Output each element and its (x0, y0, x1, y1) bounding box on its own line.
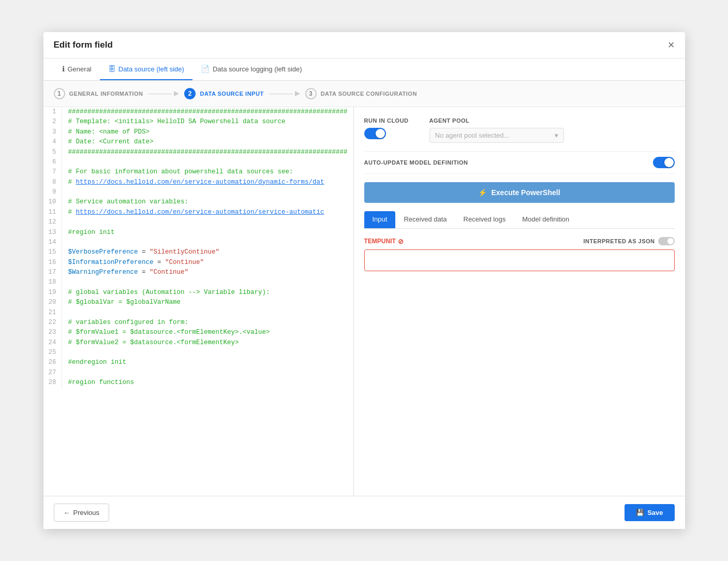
table-row: 17 $WarningPreference = "Continue" (43, 268, 353, 277)
table-row: 6 (43, 157, 353, 167)
execute-button-label: Execute PowerShell (491, 188, 560, 197)
table-row: 27 (43, 368, 353, 378)
previous-button[interactable]: ← Previous (54, 504, 110, 522)
wizard-steps: 1 GENERAL INFORMATION 2 DATA SOURCE INPU… (43, 81, 685, 107)
database-icon: 🗄 (108, 65, 115, 73)
json-toggle-row: INTERPRETED AS JSON (583, 237, 674, 245)
table-row: 9 (43, 187, 353, 197)
step-1-number: 1 (54, 88, 65, 99)
table-row: 11 # https://docs.helloid.com/en/service… (43, 208, 353, 217)
lightning-icon: ⚡ (478, 188, 487, 197)
table-row: 20 # $globalVar = $globalVarName (43, 298, 353, 307)
auto-update-row: AUTO-UPDATE MODEL DEFINITION (364, 151, 675, 174)
table-row: 5 ######################################… (43, 147, 353, 157)
auto-update-toggle[interactable] (653, 157, 675, 168)
save-button-label: Save (647, 509, 663, 516)
tab-input[interactable]: Input (364, 211, 396, 228)
run-in-cloud-section: RUN IN CLOUD (364, 117, 409, 139)
wizard-step-1[interactable]: 1 GENERAL INFORMATION (54, 88, 143, 99)
agent-pool-placeholder: No agent pool selected... (435, 131, 510, 139)
toggle-thumb (376, 129, 385, 138)
table-row: 16 $InformationPreference = "Continue" (43, 258, 353, 268)
run-in-cloud-label: RUN IN CLOUD (364, 117, 409, 124)
field-header-row: TEMPUNIT ⊘ INTERPRETED AS JSON (364, 237, 675, 245)
wizard-step-2[interactable]: 2 DATA SOURCE INPUT (184, 88, 263, 99)
step-3-label: DATA SOURCE CONFIGURATION (321, 91, 417, 97)
tab-received-logs[interactable]: Received logs (455, 211, 514, 228)
tab-received-data[interactable]: Received data (395, 211, 455, 228)
modal-footer: ← Previous 💾 Save (43, 496, 685, 529)
toggle-thumb-auto (664, 158, 674, 167)
json-toggle[interactable] (658, 237, 675, 245)
wizard-step-3[interactable]: 3 DATA SOURCE CONFIGURATION (305, 88, 417, 99)
table-row: 13 #region init (43, 228, 353, 238)
json-toggle-thumb (667, 238, 674, 244)
cloud-agent-row: RUN IN CLOUD AGENT POOL No agent pool se… (364, 117, 675, 143)
error-icon: ⊘ (398, 238, 404, 245)
table-row: 2 # Template: <initials> HelloID SA Powe… (43, 117, 353, 127)
table-row: 8 # https://docs.helloid.com/en/service-… (43, 178, 353, 187)
table-row: 10 # Service automation variables: (43, 197, 353, 207)
table-row: 4 # Date: <Current date> (43, 137, 353, 147)
previous-button-label: Previous (73, 509, 100, 516)
run-in-cloud-toggle[interactable] (364, 128, 386, 139)
wizard-arrow-2 (269, 94, 300, 94)
agent-pool-label: AGENT POOL (429, 117, 564, 124)
input-section: TEMPUNIT ⊘ INTERPRETED AS JSON (364, 237, 675, 271)
toggle-track-auto[interactable] (653, 157, 675, 168)
modal-tabs: ℹ General 🗄 Data source (left side) 📄 Da… (43, 58, 685, 81)
table-row: 22 # variables configured in form: (43, 318, 353, 328)
save-button[interactable]: 💾 Save (625, 504, 674, 521)
tab-general[interactable]: ℹ General (54, 58, 100, 80)
table-row: 28 #region functions (43, 378, 353, 388)
table-row: 23 # $formValue1 = $datasource.<formElem… (43, 328, 353, 337)
auto-update-label: AUTO-UPDATE MODEL DEFINITION (364, 159, 468, 166)
table-row: 18 (43, 277, 353, 287)
step-2-number: 2 (184, 88, 196, 99)
table-row: 15 $VerbosePreference = "SilentlyContinu… (43, 247, 353, 257)
step-1-label: GENERAL INFORMATION (69, 91, 143, 97)
execute-powershell-button[interactable]: ⚡ Execute PowerShell (364, 182, 675, 203)
close-button[interactable]: × (668, 39, 675, 51)
document-icon: 📄 (201, 65, 210, 73)
info-icon: ℹ (62, 65, 65, 73)
table-row: 12 (43, 217, 353, 227)
step-3-number: 3 (305, 88, 317, 99)
modal-header: Edit form field × (43, 32, 685, 58)
table-row: 7 # For basic information about powershe… (43, 167, 353, 177)
table-row: 21 (43, 308, 353, 318)
arrow-left-icon: ← (64, 509, 70, 516)
table-row: 14 (43, 238, 353, 247)
tempunit-input[interactable] (364, 249, 675, 271)
chevron-down-icon: ▾ (555, 131, 558, 139)
table-row: 26 #endregion init (43, 358, 353, 367)
toggle-track[interactable] (364, 128, 386, 139)
save-icon: 💾 (636, 509, 644, 516)
table-row: 3 # Name: <name of PDS> (43, 127, 353, 137)
agent-pool-section: AGENT POOL No agent pool selected... ▾ (429, 117, 564, 143)
tab-model-definition[interactable]: Model definition (514, 211, 577, 228)
interpreted-as-json-label: INTERPRETED AS JSON (583, 238, 655, 244)
code-editor[interactable]: 1 ######################################… (43, 107, 353, 496)
tab-datasource-logging[interactable]: 📄 Data source logging (left side) (192, 58, 310, 80)
right-panel: RUN IN CLOUD AGENT POOL No agent pool se… (354, 107, 685, 496)
main-content: 1 ######################################… (43, 107, 685, 496)
step-2-label: DATA SOURCE INPUT (200, 91, 263, 97)
table-row: 25 (43, 348, 353, 358)
inner-tabs: Input Received data Received logs Model … (364, 211, 675, 229)
modal: Edit form field × ℹ General 🗄 Data sourc… (43, 32, 685, 529)
field-label: TEMPUNIT ⊘ (364, 238, 404, 245)
table-row: 1 ######################################… (43, 107, 353, 117)
code-panel: 1 ######################################… (43, 107, 354, 496)
table-row: 19 # global variables (Automation --> Va… (43, 288, 353, 298)
tab-datasource-left[interactable]: 🗄 Data source (left side) (100, 58, 192, 80)
wizard-arrow-1 (148, 94, 179, 94)
table-row: 24 # $formValue2 = $datasource.<formElem… (43, 338, 353, 348)
modal-title: Edit form field (54, 40, 113, 50)
agent-pool-select[interactable]: No agent pool selected... ▾ (429, 128, 564, 143)
